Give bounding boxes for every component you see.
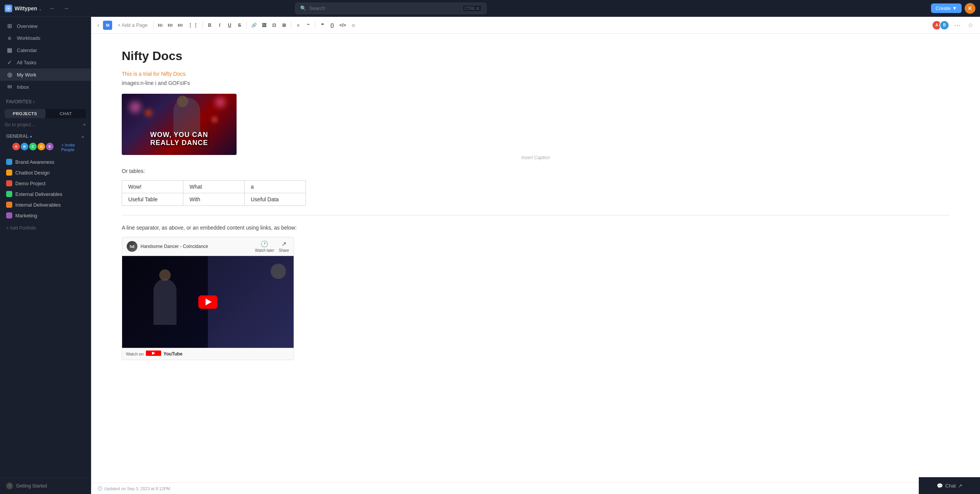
- tab-projects[interactable]: PROJECTS: [5, 109, 46, 118]
- sidebar-footer[interactable]: ? Getting Started: [0, 478, 91, 494]
- project-demo[interactable]: Demo Project: [0, 178, 91, 189]
- format-emoji-button[interactable]: ☺: [349, 21, 358, 29]
- tab-chat[interactable]: CHAT: [46, 109, 87, 118]
- inbox-icon: ✉: [6, 83, 13, 90]
- table-cell-0-1[interactable]: What: [183, 181, 245, 193]
- app-name-dot: .: [39, 5, 41, 11]
- yt-person: [154, 279, 176, 325]
- project-label-demo: Demo Project: [15, 181, 46, 186]
- member-avatars: A B C D E: [12, 143, 54, 150]
- sidebar-label-workloads: Workloads: [17, 35, 40, 41]
- create-chevron: ▼: [952, 5, 957, 11]
- table-cell-0-2[interactable]: a: [245, 181, 306, 193]
- project-dot-chatbot: [6, 170, 12, 176]
- yt-share-button[interactable]: ↗ Share: [279, 240, 289, 253]
- doc-subtitle: images:n-line i and GOFsIFs: [122, 80, 949, 86]
- format-columns-button[interactable]: ⋮⋮: [186, 21, 200, 30]
- format-embed-button[interactable]: ⊡: [270, 21, 279, 29]
- add-project-button[interactable]: +: [83, 121, 86, 128]
- project-dot-demo: [6, 180, 12, 186]
- table-cell-1-0[interactable]: Useful Table: [122, 193, 183, 206]
- doc-caption[interactable]: Insert Caption: [122, 155, 949, 160]
- invite-people-button[interactable]: + Invite People: [61, 143, 85, 152]
- sidebar-item-my-work[interactable]: ◎ My Work: [0, 68, 91, 81]
- search-project-placeholder[interactable]: Go to project...: [5, 122, 83, 127]
- general-header[interactable]: GENERAL ● ⌄: [0, 131, 91, 141]
- format-strikethrough-button[interactable]: S: [235, 21, 244, 29]
- sidebar-item-workloads[interactable]: ≡ Workloads: [0, 32, 91, 44]
- general-label: GENERAL ●: [6, 134, 32, 139]
- doc-title: Nifty Docs: [122, 49, 949, 63]
- youtube-embed[interactable]: hd Handsome Dancer - Coincidance 🕐 Watch…: [122, 237, 294, 360]
- search-input[interactable]: [309, 5, 459, 11]
- format-bold-button[interactable]: B: [205, 21, 214, 29]
- yt-header: hd Handsome Dancer - Coincidance 🕐 Watch…: [122, 237, 294, 256]
- sidebar-item-inbox[interactable]: ✉ Inbox: [0, 81, 91, 93]
- format-code-inline-button[interactable]: {}: [328, 21, 337, 29]
- format-table-button[interactable]: ⊞: [279, 21, 289, 29]
- table-cell-0-0[interactable]: Wow!: [122, 181, 183, 193]
- topbar-right: Create ▼ K: [931, 3, 975, 14]
- app-logo[interactable]: Wittypen .: [5, 5, 41, 12]
- format-numbered-button[interactable]: ⁼: [304, 21, 313, 29]
- search-icon: 🔍: [300, 5, 306, 11]
- topbar: Wittypen . ← → 🔍 CTRL K Create ▼ K: [0, 0, 980, 17]
- project-marketing[interactable]: Marketing: [0, 210, 91, 221]
- project-chatbot-design[interactable]: Chatbot Design: [0, 167, 91, 178]
- project-dot-internal: [6, 202, 12, 208]
- user-avatar[interactable]: K: [965, 3, 975, 14]
- yt-avatar: hd: [127, 241, 137, 252]
- svg-point-1: [8, 8, 9, 9]
- format-h3-button[interactable]: H3: [176, 21, 185, 29]
- yt-channel-name: Handsome Dancer - Coincidance: [140, 244, 208, 249]
- doc-image-container: WOW, YOU CAN REALLY DANCE Insert Caption: [122, 94, 949, 160]
- format-underline-button[interactable]: U: [225, 21, 234, 29]
- chat-bottom-bar[interactable]: 💬 Chat ↗: [919, 477, 980, 494]
- favorites-chevron: ›: [33, 99, 34, 104]
- table-cell-1-1[interactable]: With: [183, 193, 245, 206]
- table-cell-1-2[interactable]: Useful Data: [245, 193, 306, 206]
- table-row-0: Wow! What a: [122, 181, 306, 193]
- format-code-block-button[interactable]: </>: [338, 21, 348, 29]
- back-button[interactable]: ←: [47, 3, 58, 13]
- collapse-sidebar-button[interactable]: ‹: [96, 20, 101, 30]
- bokeh-light-2: [145, 109, 152, 117]
- search-bar[interactable]: 🔍 CTRL K: [295, 3, 487, 14]
- sidebar-item-calendar[interactable]: ▦ Calendar: [0, 44, 91, 56]
- more-options-button[interactable]: ⋯: [952, 20, 963, 30]
- project-label-internal: Internal Deliverables: [15, 202, 61, 208]
- yt-play-button[interactable]: [198, 295, 217, 309]
- sidebar-label-all-tasks: All Tasks: [17, 60, 36, 65]
- yt-thumbnail[interactable]: [122, 256, 294, 348]
- watch-later-icon: 🕐: [261, 240, 268, 248]
- format-h1-button[interactable]: H1: [156, 21, 165, 29]
- toolbar-divider-3: [247, 21, 247, 29]
- my-work-icon: ◎: [6, 71, 13, 78]
- forward-button[interactable]: →: [61, 3, 72, 13]
- doc-content: Nifty Docs This is a trial for Nifty Doc…: [91, 34, 980, 483]
- create-button[interactable]: Create ▼: [931, 3, 962, 13]
- format-quote-button[interactable]: ❝: [318, 21, 327, 29]
- add-page-button[interactable]: + Add a Page: [114, 21, 150, 29]
- favorites-section[interactable]: FAVORITES ›: [0, 96, 91, 106]
- doc-table: Wow! What a Useful Table With Useful Dat…: [122, 180, 306, 206]
- sidebar-item-all-tasks[interactable]: ✓ All Tasks: [0, 56, 91, 68]
- sidebar-item-overview[interactable]: ⊞ Overview: [0, 20, 91, 32]
- chat-label: Chat: [945, 483, 956, 489]
- star-button[interactable]: ☆: [965, 21, 975, 29]
- format-h2-button[interactable]: H2: [166, 21, 175, 29]
- project-internal[interactable]: Internal Deliverables: [0, 199, 91, 210]
- project-external[interactable]: External Deliverables: [0, 189, 91, 199]
- create-label: Create: [936, 5, 951, 11]
- format-image-button[interactable]: 🖼: [260, 21, 269, 29]
- yt-watch-later-button[interactable]: 🕐 Watch later: [255, 240, 274, 253]
- format-italic-button[interactable]: I: [215, 21, 224, 29]
- format-link-button[interactable]: 🔗: [249, 21, 259, 29]
- project-brand-awareness[interactable]: Brand Awareness: [0, 157, 91, 167]
- format-bullet-button[interactable]: ≡: [294, 21, 303, 29]
- add-portfolio-button[interactable]: + Add Portfolio: [0, 222, 91, 234]
- updated-text: Updated on Sep 3, 2023 at 8:12PM: [104, 486, 170, 491]
- doc-image-text-line2: REALLY DANCE: [122, 139, 237, 147]
- project-label-marketing: Marketing: [15, 213, 37, 218]
- toolbar-divider-4: [291, 21, 291, 29]
